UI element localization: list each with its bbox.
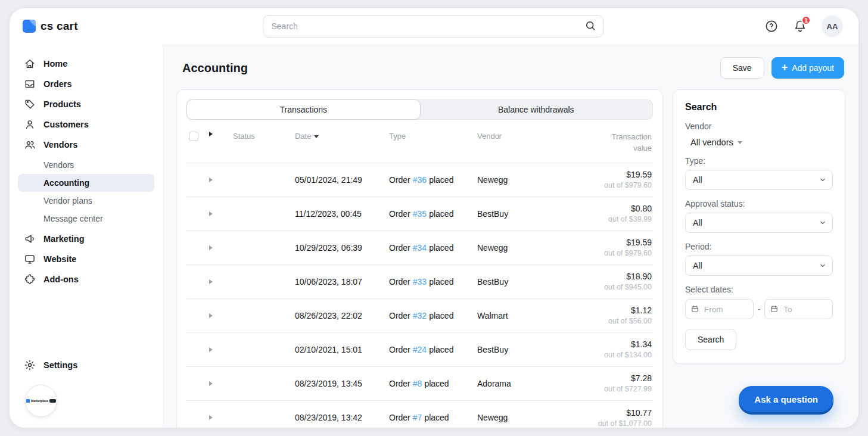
order-link[interactable]: #33 (413, 277, 427, 286)
approval-status-select[interactable]: All (685, 213, 833, 233)
expand-row-icon[interactable] (209, 279, 213, 284)
table-row[interactable]: 08/23/2019, 13:45 Order #8 placed Adoram… (186, 367, 653, 401)
sidebar-item-settings[interactable]: Settings (18, 355, 154, 375)
sidebar-item-products[interactable]: Products (18, 94, 154, 114)
sidebar-item-home[interactable]: Home (18, 54, 154, 74)
marketplace-badge[interactable]: Marketplace (25, 385, 57, 417)
vendor-filter-label: Vendor (685, 122, 833, 131)
type-select[interactable]: All (685, 170, 833, 190)
home-icon (24, 58, 36, 70)
sidebar-item-marketing[interactable]: Marketing (18, 229, 154, 249)
table-row[interactable]: 08/26/2023, 22:02 Order #32 placed Walma… (186, 299, 653, 333)
row-transaction-value: $1.34 out of $134.00 (556, 340, 653, 359)
column-header-date[interactable]: Date (295, 132, 389, 141)
table-row[interactable]: 10/29/2023, 06:39 Order #34 placed Neweg… (186, 231, 653, 265)
notifications-bell-icon[interactable]: 1 (793, 19, 807, 33)
orders-icon (24, 78, 36, 90)
expand-row-icon[interactable] (209, 415, 213, 420)
sidebar-item-label: Website (43, 254, 76, 264)
vendor-dropdown[interactable]: All vendors (685, 138, 833, 147)
people-icon (24, 139, 36, 151)
row-type: Order #33 placed (389, 277, 477, 286)
expand-all-icon[interactable] (209, 132, 213, 136)
order-link[interactable]: #24 (413, 345, 427, 354)
row-type: Order #24 placed (389, 345, 477, 354)
sidebar-item-orders[interactable]: Orders (18, 74, 154, 94)
expand-row-icon[interactable] (209, 347, 213, 352)
tab-transactions[interactable]: Transactions (186, 99, 421, 120)
chevron-down-icon (819, 262, 826, 269)
row-date: 11/12/2023, 00:45 (295, 209, 389, 219)
sidebar-item-website[interactable]: Website (18, 249, 154, 269)
ask-a-question-button[interactable]: Ask a question (739, 386, 833, 412)
order-link[interactable]: #35 (413, 209, 427, 219)
app-window: cs cart 1 AA Home (10, 8, 858, 428)
table-row[interactable]: 02/10/2021, 15:01 Order #24 placed BestB… (186, 333, 653, 367)
date-range-separator: - (758, 304, 761, 314)
row-vendor: BestBuy (477, 277, 556, 286)
marketplace-logo: Marketplace (26, 399, 56, 403)
sidebar-subitem-accounting[interactable]: Accounting (18, 174, 154, 192)
table-row[interactable]: 05/01/2024, 21:49 Order #36 placed Neweg… (186, 163, 653, 197)
column-header-vendor[interactable]: Vendor (477, 132, 556, 141)
select-all-checkbox[interactable] (189, 132, 198, 141)
chevron-down-icon (738, 141, 742, 144)
table-row[interactable]: 11/12/2023, 00:45 Order #35 placed BestB… (186, 197, 653, 231)
search-icon[interactable] (584, 20, 596, 34)
row-vendor: Newegg (477, 413, 556, 422)
sidebar-item-vendors[interactable]: Vendors (18, 135, 154, 155)
add-payout-button[interactable]: + Add payout (771, 57, 844, 79)
transactions-card: Transactions Balance withdrawals Status … (176, 89, 663, 428)
sidebar-item-label: Customers (43, 120, 89, 129)
approval-status-filter-label: Approval status: (685, 199, 833, 208)
sidebar-item-customers[interactable]: Customers (18, 114, 154, 135)
expand-row-icon[interactable] (209, 211, 213, 216)
save-button[interactable]: Save (720, 57, 764, 79)
filter-search-button[interactable]: Search (685, 329, 736, 350)
user-avatar[interactable]: AA (822, 15, 843, 37)
order-link[interactable]: #8 (413, 379, 422, 388)
row-vendor: BestBuy (477, 345, 556, 354)
calendar-icon (690, 304, 699, 316)
sidebar-subitem-vendors[interactable]: Vendors (18, 156, 154, 174)
sidebar-item-label: Add-ons (43, 275, 79, 284)
table-row[interactable]: 10/06/2023, 18:07 Order #33 placed BestB… (186, 265, 653, 299)
order-link[interactable]: #34 (413, 243, 427, 253)
row-transaction-value: $19.59 out of $979.60 (556, 238, 653, 257)
row-date: 10/29/2023, 06:39 (295, 243, 389, 253)
column-header-transaction-value[interactable]: Transaction value (556, 132, 653, 154)
global-search (263, 15, 603, 38)
column-header-status[interactable]: Status (233, 132, 295, 141)
order-link[interactable]: #7 (413, 413, 422, 422)
row-type: Order #8 placed (389, 379, 477, 388)
expand-row-icon[interactable] (209, 245, 213, 250)
order-link[interactable]: #32 (413, 311, 427, 320)
sidebar-item-addons[interactable]: Add-ons (18, 269, 154, 289)
sidebar-item-label: Home (43, 59, 67, 68)
period-select[interactable]: All (685, 256, 833, 276)
search-filter-panel: Search Vendor All vendors Type: All Appr… (673, 89, 845, 364)
expand-row-icon[interactable] (209, 381, 213, 386)
sidebar-subitem-vendor-plans[interactable]: Vendor plans (18, 192, 154, 210)
order-link[interactable]: #36 (413, 175, 427, 185)
notification-count-badge: 1 (801, 15, 811, 25)
tab-bar: Transactions Balance withdrawals (186, 99, 653, 120)
tab-balance-withdrawals[interactable]: Balance withdrawals (420, 100, 653, 119)
global-search-input[interactable] (263, 15, 603, 38)
brand-name: cs cart (41, 20, 78, 33)
column-header-type[interactable]: Type (389, 132, 477, 141)
help-icon[interactable] (764, 19, 779, 33)
main-content: Accounting Save + Add payout Transaction… (163, 44, 858, 428)
row-date: 02/10/2021, 15:01 (295, 345, 389, 354)
date-range: - (685, 299, 833, 319)
megaphone-icon (24, 233, 36, 245)
sidebar-item-label: Orders (43, 79, 72, 89)
row-type: Order #35 placed (389, 209, 477, 219)
brand-logo[interactable]: cs cart (23, 20, 263, 33)
row-transaction-value: $1.12 out of $56.00 (556, 306, 653, 325)
table-row[interactable]: 08/23/2019, 13:42 Order #7 placed Newegg… (186, 401, 653, 428)
expand-row-icon[interactable] (209, 177, 213, 182)
row-transaction-value: $18.90 out of $945.00 (556, 272, 653, 291)
expand-row-icon[interactable] (209, 313, 213, 318)
sidebar-subitem-message-center[interactable]: Message center (18, 210, 154, 228)
